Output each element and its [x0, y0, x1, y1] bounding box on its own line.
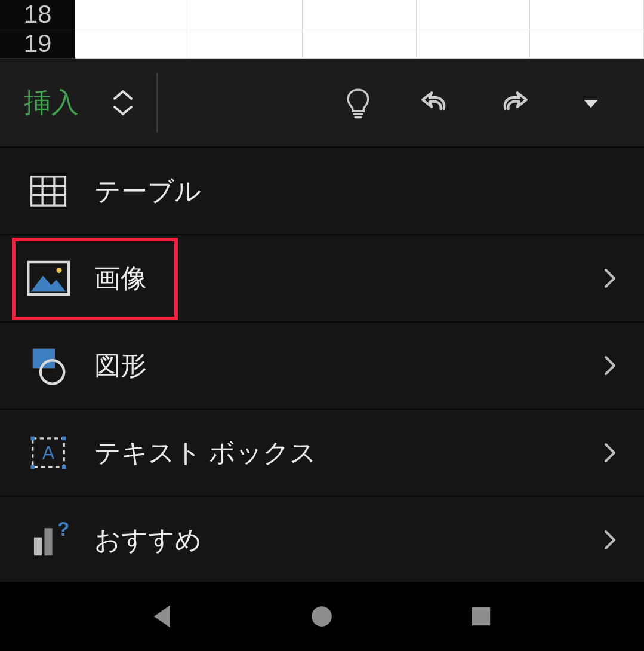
nav-back-button[interactable]	[145, 598, 181, 634]
row-number-gutter: 18 19	[0, 0, 75, 59]
menu-item-recommended[interactable]: ? おすすめ	[0, 496, 644, 583]
nav-recent-button[interactable]	[463, 598, 499, 634]
svg-point-23	[312, 606, 332, 627]
recommended-icon: ?	[27, 519, 69, 561]
separator	[156, 73, 158, 133]
svg-rect-14	[30, 437, 35, 441]
cell[interactable]	[189, 29, 303, 59]
cell[interactable]	[530, 0, 644, 29]
svg-rect-17	[62, 465, 66, 469]
svg-rect-3	[32, 177, 66, 205]
table-icon	[27, 170, 69, 212]
menu-item-label: おすすめ	[94, 523, 601, 558]
svg-marker-2	[584, 99, 598, 108]
chevron-right-icon	[603, 268, 617, 289]
svg-point-9	[57, 268, 62, 273]
spreadsheet-peek: 18 19	[0, 0, 644, 59]
menu-item-label: テーブル	[94, 174, 619, 209]
chevron-right-icon	[603, 529, 617, 551]
svg-rect-19	[34, 538, 42, 556]
svg-marker-22	[154, 605, 170, 627]
cell[interactable]	[303, 29, 417, 59]
tell-me-button[interactable]	[319, 59, 397, 146]
svg-rect-15	[62, 437, 66, 441]
nav-home-button[interactable]	[304, 598, 340, 634]
lightbulb-icon	[342, 87, 374, 119]
undo-button[interactable]	[397, 59, 474, 146]
row-number[interactable]: 19	[0, 29, 75, 59]
cell[interactable]	[417, 29, 531, 59]
triangle-down-icon	[575, 87, 607, 119]
menu-item-image[interactable]: 画像	[0, 234, 644, 321]
menu-item-label: 図形	[94, 348, 601, 383]
cell[interactable]	[75, 29, 189, 59]
menu-item-shapes[interactable]: 図形	[0, 321, 644, 409]
svg-text:A: A	[42, 443, 55, 463]
nav-home-icon	[306, 600, 338, 632]
cell[interactable]	[189, 0, 303, 29]
cell[interactable]	[75, 0, 189, 29]
redo-icon	[497, 87, 529, 119]
shapes-icon	[27, 345, 69, 386]
textbox-icon: A	[27, 432, 69, 474]
undo-icon	[420, 87, 452, 119]
nav-recent-icon	[465, 600, 497, 632]
svg-text:?: ?	[57, 519, 69, 540]
menu-item-textbox[interactable]: A テキスト ボックス	[0, 409, 644, 496]
svg-rect-16	[30, 465, 35, 469]
svg-rect-20	[44, 528, 52, 555]
svg-marker-10	[31, 276, 66, 292]
system-navbar	[0, 582, 644, 651]
chevron-right-icon	[603, 442, 617, 463]
redo-button[interactable]	[474, 59, 552, 146]
menu-item-label: 画像	[94, 261, 601, 296]
ribbon-toolbar: 挿入	[0, 59, 644, 147]
nav-back-icon	[147, 600, 179, 632]
cell[interactable]	[417, 0, 531, 29]
cell[interactable]	[530, 29, 644, 59]
image-icon	[27, 260, 70, 296]
chevron-down-icon	[112, 105, 134, 116]
row-number[interactable]: 18	[0, 0, 75, 29]
collapse-ribbon-button[interactable]	[552, 59, 630, 146]
menu-item-label: テキスト ボックス	[94, 435, 601, 471]
svg-rect-24	[472, 607, 490, 625]
ribbon-tab-title[interactable]: 挿入	[24, 84, 79, 121]
chevron-right-icon	[603, 355, 617, 376]
ribbon-tab-selector[interactable]	[100, 89, 146, 116]
insert-menu: テーブル 画像 図形	[0, 147, 644, 583]
menu-item-table[interactable]: テーブル	[0, 147, 644, 234]
cell[interactable]	[303, 0, 417, 29]
spreadsheet-cells[interactable]	[75, 0, 644, 59]
chevron-up-icon	[112, 89, 134, 101]
